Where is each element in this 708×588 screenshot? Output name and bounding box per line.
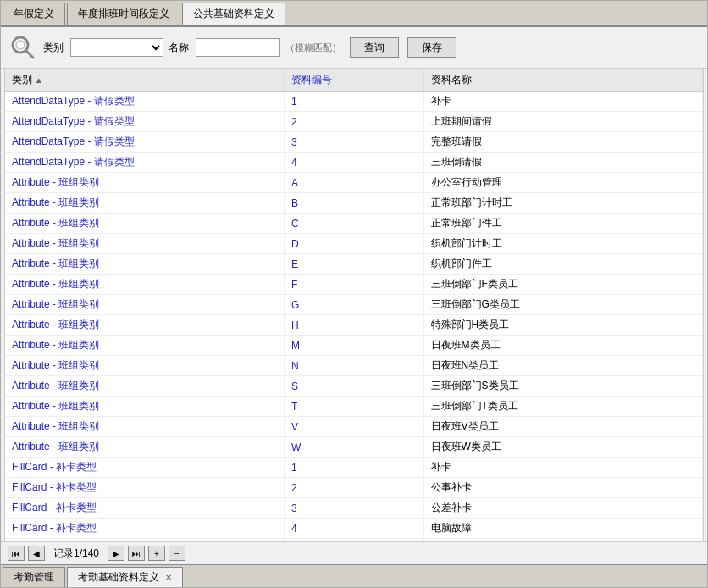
search-icon: [8, 32, 38, 63]
cell-category: Attribute - 班组类别: [5, 417, 284, 437]
table-row[interactable]: AttendDataType - 请假类型2上班期间请假: [5, 112, 703, 132]
table-scroll[interactable]: 类别 资料编号 资料名称 AttendDataType - 请假类型1补卡Att…: [5, 69, 703, 541]
cell-category: AttendDataType - 请假类型: [5, 132, 284, 153]
cell-name: 日夜班V类员工: [423, 417, 702, 437]
cell-category: FillCard - 补卡类型: [5, 458, 284, 478]
table-row[interactable]: AttendDataType - 请假类型4三班倒请假: [5, 153, 703, 173]
cell-category: Attribute - 班组类别: [5, 437, 284, 458]
cell-name: 日夜班N类员工: [423, 356, 702, 376]
cell-category: Attribute - 班组类别: [5, 234, 284, 254]
cell-code: M: [284, 336, 423, 356]
col-header-name[interactable]: 资料名称: [423, 69, 702, 92]
table-row[interactable]: FillCard - 补卡类型3公差补卡: [5, 498, 703, 519]
name-input[interactable]: [196, 38, 280, 57]
cell-category: AttendDataType - 请假类型: [5, 112, 284, 132]
cell-name: 办公室行动管理: [423, 173, 702, 193]
bottom-nav: ⏮ ◀ 记录1/140 ▶ ⏭ + −: [1, 541, 707, 564]
table-row[interactable]: Attribute - 班组类别F三班倒部门F类员工: [5, 275, 703, 295]
cell-category: Attribute - 班组类别: [5, 254, 284, 275]
cell-category: Attribute - 班组类别: [5, 173, 284, 193]
table-row[interactable]: Attribute - 班组类别D织机部门计时工: [5, 234, 703, 254]
table-row[interactable]: FillCard - 补卡类型2公事补卡: [5, 478, 703, 498]
cell-code: N: [284, 356, 423, 376]
tab-public-base[interactable]: 公共基础资料定义: [182, 3, 285, 25]
tab-holiday[interactable]: 年假定义: [3, 3, 65, 25]
table-row[interactable]: Attribute - 班组类别C正常班部门件工: [5, 214, 703, 234]
cell-category: Attribute - 班组类别: [5, 214, 284, 234]
save-button[interactable]: 保存: [407, 37, 456, 58]
table-row[interactable]: Attribute - 班组类别N日夜班N类员工: [5, 356, 703, 376]
cell-code: 1: [284, 458, 423, 478]
tab-bottom-base-data[interactable]: 考勤基础资料定义 ✕: [67, 567, 183, 587]
table-row[interactable]: AttendDataType - 请假类型3完整班请假: [5, 132, 703, 153]
table-row[interactable]: FillCard - 补卡类型5停电: [5, 539, 703, 541]
cell-name: 上班期间请假: [423, 112, 702, 132]
nav-last[interactable]: ⏭: [128, 546, 145, 561]
cell-category: FillCard - 补卡类型: [5, 519, 284, 539]
cell-code: V: [284, 417, 423, 437]
cell-name: 正常班部门件工: [423, 214, 702, 234]
table-row[interactable]: FillCard - 补卡类型4电脑故障: [5, 519, 703, 539]
cell-name: 日夜班W类员工: [423, 437, 702, 458]
table-row[interactable]: Attribute - 班组类别G三班倒部门G类员工: [5, 295, 703, 315]
cell-code: E: [284, 254, 423, 275]
cell-code: T: [284, 397, 423, 417]
cell-name: 织机部门计时工: [423, 234, 702, 254]
tab-bottom-attendance[interactable]: 考勤管理: [3, 567, 65, 587]
cell-name: 特殊部门H类员工: [423, 315, 702, 336]
table-row[interactable]: Attribute - 班组类别E织机部门件工: [5, 254, 703, 275]
cell-code: 4: [284, 519, 423, 539]
svg-line-1: [26, 51, 33, 58]
category-select[interactable]: [70, 38, 163, 57]
cell-category: AttendDataType - 请假类型: [5, 92, 284, 112]
cell-code: 4: [284, 153, 423, 173]
table-row[interactable]: Attribute - 班组类别M日夜班M类员工: [5, 336, 703, 356]
query-button[interactable]: 查询: [350, 37, 399, 58]
tab-schedule[interactable]: 年度排班时间段定义: [67, 3, 180, 25]
table-row[interactable]: Attribute - 班组类别W日夜班W类员工: [5, 437, 703, 458]
cell-name: 公事补卡: [423, 478, 702, 498]
nav-delete[interactable]: −: [169, 546, 185, 561]
cell-name: 三班倒部门S类员工: [423, 376, 702, 397]
table-row[interactable]: Attribute - 班组类别A办公室行动管理: [5, 173, 703, 193]
cell-code: 3: [284, 132, 423, 153]
cell-code: C: [284, 214, 423, 234]
record-info: 记录1/140: [53, 546, 99, 561]
fuzzy-hint: （模糊匹配）: [285, 42, 341, 54]
cell-name: 完整班请假: [423, 132, 702, 153]
cell-category: Attribute - 班组类别: [5, 356, 284, 376]
name-label: 名称: [169, 41, 189, 55]
table-row[interactable]: Attribute - 班组类别B正常班部门计时工: [5, 193, 703, 214]
bottom-tab-bar: 考勤管理 考勤基础资料定义 ✕: [1, 564, 707, 587]
nav-first[interactable]: ⏮: [8, 546, 25, 561]
cell-name: 三班倒请假: [423, 153, 702, 173]
cell-category: Attribute - 班组类别: [5, 193, 284, 214]
cell-name: 三班倒部门T类员工: [423, 397, 702, 417]
tab-bottom-base-data-label: 考勤基础资料定义: [78, 571, 159, 583]
col-header-category[interactable]: 类别: [5, 69, 284, 92]
cell-category: Attribute - 班组类别: [5, 336, 284, 356]
nav-next[interactable]: ▶: [108, 546, 124, 561]
cell-code: 5: [284, 539, 423, 541]
cell-name: 织机部门件工: [423, 254, 702, 275]
table-row[interactable]: FillCard - 补卡类型1补卡: [5, 458, 703, 478]
nav-prev[interactable]: ◀: [28, 546, 45, 561]
cell-code: B: [284, 193, 423, 214]
category-label: 类别: [43, 41, 64, 55]
cell-name: 三班倒部门F类员工: [423, 275, 702, 295]
data-table-area: 类别 资料编号 资料名称 AttendDataType - 请假类型1补卡Att…: [4, 69, 704, 541]
cell-category: AttendDataType - 请假类型: [5, 153, 284, 173]
table-row[interactable]: AttendDataType - 请假类型1补卡: [5, 92, 703, 112]
table-row[interactable]: Attribute - 班组类别T三班倒部门T类员工: [5, 397, 703, 417]
table-header-row: 类别 资料编号 资料名称: [5, 69, 703, 92]
table-row[interactable]: Attribute - 班组类别V日夜班V类员工: [5, 417, 703, 437]
cell-name: 电脑故障: [423, 519, 702, 539]
cell-category: Attribute - 班组类别: [5, 397, 284, 417]
nav-add[interactable]: +: [148, 546, 165, 561]
tab-close-icon[interactable]: ✕: [165, 573, 172, 582]
cell-code: W: [284, 437, 423, 458]
table-row[interactable]: Attribute - 班组类别S三班倒部门S类员工: [5, 376, 703, 397]
cell-name: 补卡: [423, 92, 702, 112]
table-row[interactable]: Attribute - 班组类别H特殊部门H类员工: [5, 315, 703, 336]
col-header-code[interactable]: 资料编号: [284, 69, 423, 92]
